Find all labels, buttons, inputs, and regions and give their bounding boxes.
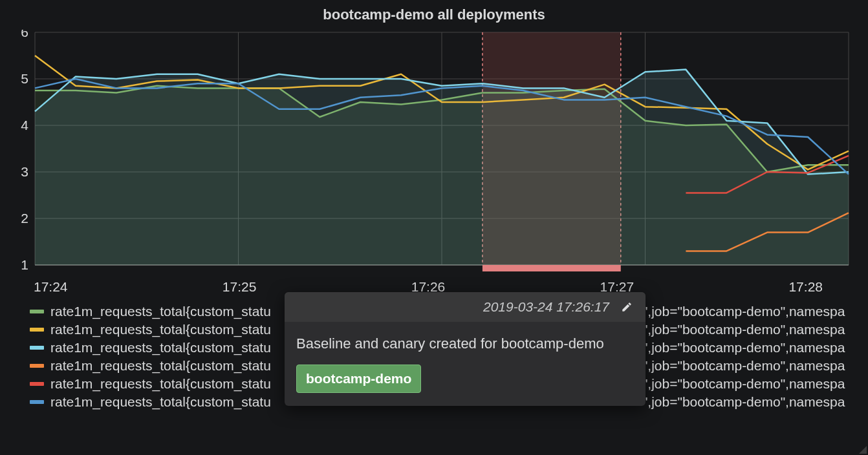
tooltip-body: Baseline and canary created for bootcamp… [285, 322, 646, 406]
legend-label-right: ",job="bootcamp-demo",namespa [643, 394, 845, 410]
legend-swatch [30, 310, 44, 313]
chart-panel: bootcamp-demo all deployments 123456 17:… [0, 0, 868, 455]
panel-title: bootcamp-demo all deployments [0, 6, 868, 23]
x-tick-label: 17:24 [34, 279, 68, 295]
x-tick-label: 17:28 [788, 279, 823, 295]
svg-text:6: 6 [21, 30, 28, 39]
legend-label-right: ",job="bootcamp-demo",namespa [643, 376, 845, 392]
x-tick-label: 17:25 [222, 279, 257, 295]
tooltip-header: 2019-03-24 17:26:17 [285, 292, 646, 322]
line-chart-svg: 123456 [13, 30, 855, 275]
edit-annotation-icon[interactable] [618, 299, 635, 315]
annotation-tooltip: 2019-03-24 17:26:17 Baseline and canary … [285, 292, 646, 406]
legend-swatch [30, 382, 44, 386]
svg-text:5: 5 [21, 71, 28, 86]
legend-label-right: ",job="bootcamp-demo",namespa [643, 322, 845, 337]
legend-label-right: ",job="bootcamp-demo",namespa [643, 340, 845, 355]
legend-label-left: rate1m_requests_total{custom_statu [50, 304, 271, 319]
legend-label-left: rate1m_requests_total{custom_statu [50, 376, 271, 392]
svg-text:1: 1 [21, 257, 28, 272]
tooltip-message: Baseline and canary created for bootcamp… [296, 333, 634, 354]
svg-rect-21 [483, 265, 621, 271]
legend-label-left: rate1m_requests_total{custom_statu [50, 358, 271, 374]
legend-label-right: ",job="bootcamp-demo",namespa [643, 304, 845, 319]
tooltip-timestamp: 2019-03-24 17:26:17 [483, 299, 609, 315]
legend-label-left: rate1m_requests_total{custom_statu [50, 394, 271, 410]
svg-text:4: 4 [21, 118, 28, 132]
chart-plot-area[interactable]: 123456 [13, 30, 855, 275]
legend-label-right: ",job="bootcamp-demo",namespa [643, 358, 845, 374]
svg-text:3: 3 [21, 164, 28, 179]
legend-swatch [30, 400, 44, 404]
tooltip-tag[interactable]: bootcamp-demo [296, 365, 421, 393]
legend-swatch [30, 346, 44, 350]
panel-resize-handle[interactable] [859, 446, 867, 454]
legend-label-left: rate1m_requests_total{custom_statu [50, 322, 271, 337]
legend-swatch [30, 328, 44, 332]
svg-text:2: 2 [21, 211, 28, 226]
legend-swatch [30, 364, 44, 368]
legend-label-left: rate1m_requests_total{custom_statu [50, 340, 271, 355]
